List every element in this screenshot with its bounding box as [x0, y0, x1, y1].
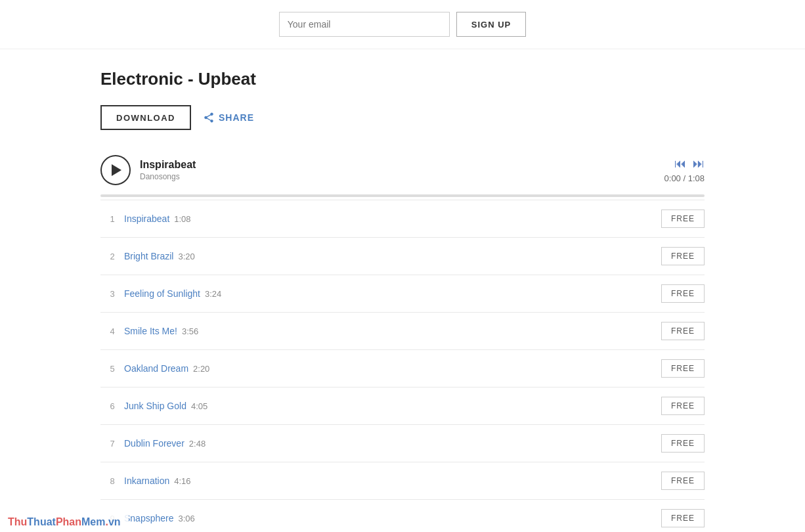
player-controls: ⏮ ⏭ — [674, 157, 705, 171]
share-icon — [203, 112, 215, 123]
track-duration: 3:56 — [182, 326, 198, 336]
watermark-mem: Mem — [81, 516, 105, 527]
track-duration: 2:48 — [189, 439, 206, 449]
track-info: Inkarnation 4:16 — [124, 476, 661, 486]
track-name[interactable]: Feeling of Sunlight — [124, 288, 200, 299]
track-duration: 4:05 — [191, 401, 207, 411]
free-button[interactable]: FREE — [661, 472, 705, 490]
track-row: 3 Feeling of Sunlight 3:24 FREE — [100, 275, 705, 312]
share-button[interactable]: SHARE — [203, 112, 254, 123]
track-number: 1 — [100, 214, 124, 224]
track-number: 8 — [100, 476, 124, 486]
track-number: 5 — [100, 364, 124, 374]
track-info: Dublin Forever 2:48 — [124, 438, 661, 449]
player-left: Inspirabeat Danosongs — [100, 155, 196, 185]
track-row: 5 Oakland Dream 2:20 FREE — [100, 349, 705, 387]
free-button[interactable]: FREE — [661, 359, 705, 378]
watermark-thu: Thu — [8, 516, 27, 527]
download-button[interactable]: DOWNLOAD — [100, 105, 191, 130]
main-content: Electronic - Upbeat DOWNLOAD SHARE Inspi… — [87, 49, 718, 532]
track-info: Bright Brazil 3:20 — [124, 251, 661, 261]
track-number: 7 — [100, 439, 124, 449]
free-button[interactable]: FREE — [661, 284, 705, 303]
page-title: Electronic - Upbeat — [100, 69, 705, 89]
track-number: 4 — [100, 326, 124, 336]
watermark: ThuThuatPhanMem.vn — [0, 512, 129, 532]
track-duration: 2:20 — [193, 364, 209, 374]
free-button[interactable]: FREE — [661, 322, 705, 340]
player-section: Inspirabeat Danosongs ⏮ ⏭ 0:00 / 1:08 — [100, 148, 705, 190]
free-button[interactable]: FREE — [661, 509, 705, 527]
track-info: Oakland Dream 2:20 — [124, 363, 661, 374]
free-button[interactable]: FREE — [661, 210, 705, 228]
track-name[interactable]: Smile Its Me! — [124, 326, 177, 336]
share-label: SHARE — [219, 112, 254, 123]
track-row: 7 Dublin Forever 2:48 FREE — [100, 424, 705, 462]
track-number: 6 — [100, 401, 124, 411]
track-info: Inspirabeat 1:08 — [124, 213, 661, 224]
player-track-info: Inspirabeat Danosongs — [140, 159, 196, 181]
track-name[interactable]: Inkarnation — [124, 476, 169, 486]
top-bar: SIGN UP — [0, 0, 805, 49]
track-duration: 3:24 — [205, 289, 221, 299]
track-info: Junk Ship Gold 4:05 — [124, 401, 661, 411]
track-duration: 4:16 — [174, 476, 190, 486]
prev-button[interactable]: ⏮ — [674, 157, 686, 171]
signup-button[interactable]: SIGN UP — [456, 12, 526, 37]
track-name[interactable]: Snapsphere — [124, 513, 174, 523]
track-info: Snapsphere 3:06 — [124, 513, 661, 523]
track-row: 8 Inkarnation 4:16 FREE — [100, 462, 705, 499]
track-name[interactable]: Dublin Forever — [124, 438, 185, 449]
next-button[interactable]: ⏭ — [693, 157, 705, 171]
track-name[interactable]: Oakland Dream — [124, 363, 188, 374]
track-row: 6 Junk Ship Gold 4:05 FREE — [100, 387, 705, 424]
free-button[interactable]: FREE — [661, 247, 705, 265]
track-name[interactable]: Bright Brazil — [124, 251, 173, 261]
track-duration: 3:06 — [179, 514, 195, 523]
free-button[interactable]: FREE — [661, 397, 705, 415]
player-track-title: Inspirabeat — [140, 159, 196, 171]
action-bar: DOWNLOAD SHARE — [100, 105, 705, 130]
player-time: 0:00 / 1:08 — [664, 173, 705, 183]
track-info: Smile Its Me! 3:56 — [124, 326, 661, 336]
track-name[interactable]: Inspirabeat — [124, 213, 169, 224]
email-input[interactable] — [279, 12, 450, 37]
track-number: 3 — [100, 289, 124, 299]
track-row: 1 Inspirabeat 1:08 FREE — [100, 200, 705, 237]
play-button[interactable] — [100, 155, 131, 185]
track-row: 9 Snapsphere 3:06 FREE — [100, 499, 705, 532]
track-number: 2 — [100, 252, 124, 261]
track-name[interactable]: Junk Ship Gold — [124, 401, 186, 411]
free-button[interactable]: FREE — [661, 434, 705, 453]
progress-bar[interactable] — [100, 194, 705, 197]
watermark-phan: Phan — [56, 516, 81, 527]
watermark-vn: vn — [108, 516, 121, 527]
track-row: 2 Bright Brazil 3:20 FREE — [100, 237, 705, 275]
track-row: 4 Smile Its Me! 3:56 FREE — [100, 312, 705, 349]
play-icon — [112, 164, 121, 176]
watermark-thuat: Thuat — [27, 516, 56, 527]
track-info: Feeling of Sunlight 3:24 — [124, 288, 661, 299]
track-list: 1 Inspirabeat 1:08 FREE 2 Bright Brazil … — [100, 200, 705, 532]
player-track-artist: Danosongs — [140, 172, 196, 181]
track-duration: 1:08 — [174, 214, 190, 224]
player-right: ⏮ ⏭ 0:00 / 1:08 — [664, 157, 705, 183]
track-duration: 3:20 — [178, 252, 194, 261]
